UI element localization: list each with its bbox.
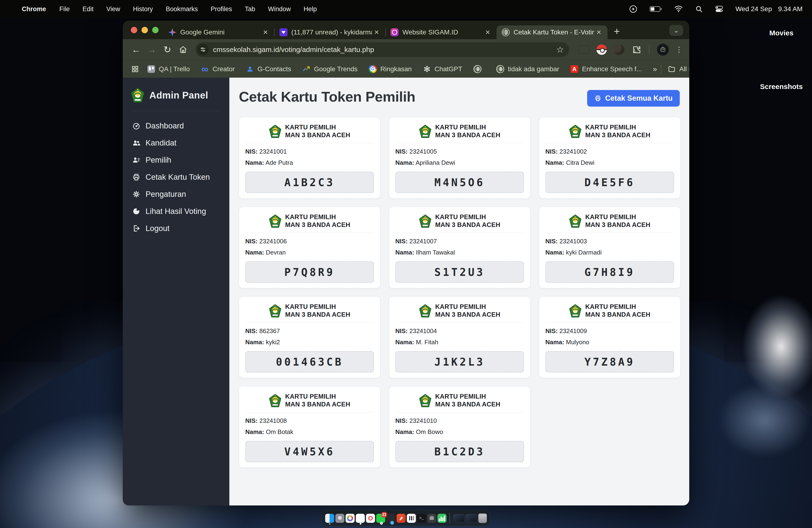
tab-close-icon[interactable]: ✕ xyxy=(594,29,603,36)
tab-search-chevron-button[interactable]: ⌄ xyxy=(669,25,683,36)
kemenag-logo xyxy=(269,304,281,318)
extension-pokeball-icon[interactable] xyxy=(596,44,608,56)
bookmark-chatgpt[interactable]: ✻ChatGPT xyxy=(423,65,462,73)
menu-help[interactable]: Help xyxy=(304,5,317,13)
extension-indonesia-flag-icon[interactable] xyxy=(578,44,590,56)
dock-chart-app[interactable] xyxy=(438,514,447,523)
menu-time[interactable]: 9.34 AM xyxy=(778,5,802,13)
menu-date[interactable]: Wed 24 Sep xyxy=(736,5,772,13)
bookmark-globe[interactable] xyxy=(473,65,485,73)
dock-minimized-window-2[interactable] xyxy=(466,514,477,522)
search-icon[interactable] xyxy=(695,5,703,13)
address-bar[interactable]: cmssekolah.sigam.id/voting/admin/cetak_k… xyxy=(195,42,569,57)
dock-terminal[interactable]: >_ xyxy=(417,514,426,523)
sidebar-item-lihat-hasil-voting[interactable]: Lihat Hasil Voting xyxy=(130,203,222,220)
menu-history[interactable]: History xyxy=(133,5,153,13)
desktop-icon-movies[interactable]: Movies xyxy=(759,27,804,37)
dock-opera[interactable] xyxy=(366,514,375,523)
desktop-icon-screenshots[interactable]: Screenshots xyxy=(759,80,804,91)
menu-view[interactable]: View xyxy=(106,5,120,13)
tab-close-icon[interactable]: ✕ xyxy=(483,29,492,36)
sidebar-item-pengaturan[interactable]: Pengaturan xyxy=(130,186,222,203)
reload-button[interactable]: ↻ xyxy=(161,43,174,56)
voter-card: KARTU PEMILIH MAN 3 BANDA ACEH NIS: 2324… xyxy=(539,207,680,288)
sidebar-item-cetak-kartu-token[interactable]: Cetak Kartu Token xyxy=(130,168,222,186)
dock-capcut[interactable] xyxy=(407,514,416,523)
home-button[interactable] xyxy=(176,43,190,56)
sidebar-item-logout[interactable]: Logout xyxy=(130,220,222,237)
dock-chrome[interactable] xyxy=(356,514,365,523)
card-heading: KARTU PEMILIH MAN 3 BANDA ACEH xyxy=(285,393,350,408)
bookmark-ringkasan[interactable]: GRingkasan xyxy=(368,65,412,73)
profile-avatar[interactable] xyxy=(657,44,669,56)
kemenag-logo xyxy=(131,88,145,103)
voter-list-icon xyxy=(132,156,140,164)
menu-bookmarks[interactable]: Bookmarks xyxy=(166,5,198,13)
bookmark-tidak-ada-gambar[interactable]: tidak ada gambar xyxy=(496,65,559,73)
kemenag-logo xyxy=(419,394,431,407)
bookmark-g-contacts[interactable]: G-Contacts xyxy=(246,65,291,73)
zoom-window-button[interactable] xyxy=(152,27,159,33)
dock-photos[interactable] xyxy=(346,514,355,523)
card-nis-line: NIS: 23241007 xyxy=(395,238,524,245)
voter-card: KARTU PEMILIH MAN 3 BANDA ACEH NIS: 2324… xyxy=(239,117,380,199)
extension-dark-mode-moon-icon[interactable] xyxy=(613,44,625,56)
dock-whatsapp[interactable]: 21 xyxy=(376,514,385,523)
site-settings-icon[interactable] xyxy=(197,44,209,55)
dock-minimized-window-1[interactable] xyxy=(453,514,465,522)
forward-button[interactable]: → xyxy=(145,43,158,56)
dock-trash[interactable] xyxy=(478,514,487,523)
sigam-site-icon xyxy=(391,28,398,36)
tab-google-gemini[interactable]: Google Gemini ✕ xyxy=(163,25,274,39)
control-center-icon[interactable] xyxy=(715,5,723,13)
menu-profiles[interactable]: Profiles xyxy=(211,5,232,13)
menu-window[interactable]: Window xyxy=(268,5,291,13)
sidebar-item-kandidat[interactable]: Kandidat xyxy=(130,134,222,151)
back-button[interactable]: ← xyxy=(129,43,143,56)
meta-icon: ∞ xyxy=(201,65,208,73)
wifi-icon[interactable] xyxy=(674,6,683,12)
menu-edit[interactable]: Edit xyxy=(83,5,94,13)
extensions-puzzle-icon[interactable] xyxy=(631,44,643,56)
sidebar-item-dashboard[interactable]: Dashboard xyxy=(130,117,222,134)
new-tab-button[interactable]: + xyxy=(614,25,620,37)
card-nama-line: Nama: kyki2 xyxy=(245,339,374,346)
browser-toolbar: ← → ↻ cmssekolah.sigam.id/voting/admin/c… xyxy=(123,39,689,60)
chrome-menu-kebab-icon[interactable]: ⋮ xyxy=(676,48,683,51)
bookmark-creator[interactable]: ∞Creator xyxy=(201,65,235,73)
menu-tab[interactable]: Tab xyxy=(245,5,255,13)
bookmark-google-trends[interactable]: Google Trends xyxy=(302,65,358,73)
close-window-button[interactable] xyxy=(131,27,137,33)
card-nama-line: Nama: Om Bowo xyxy=(395,428,524,436)
tab-close-icon[interactable]: ✕ xyxy=(372,29,381,36)
dock-quicktime[interactable] xyxy=(387,514,395,523)
bookmark-enhance-speech[interactable]: AEnhance Speech f... xyxy=(570,65,642,73)
voter-card: KARTU PEMILIH MAN 3 BANDA ACEH NIS: 2324… xyxy=(389,386,531,468)
play-circle-icon[interactable] xyxy=(629,5,637,13)
menu-file[interactable]: File xyxy=(59,5,70,13)
dock-photo-booth[interactable] xyxy=(427,514,436,523)
token-code: S1T2U3 xyxy=(395,261,524,283)
menu-app-name[interactable]: Chrome xyxy=(22,5,46,13)
voter-card: KARTU PEMILIH MAN 3 BANDA ACEH NIS: 2324… xyxy=(389,207,531,288)
bookmarks-overflow-chevron[interactable]: » xyxy=(653,64,657,73)
users-icon xyxy=(132,139,140,147)
battery-icon[interactable] xyxy=(650,6,662,12)
dock-finder[interactable] xyxy=(325,514,334,523)
card-nis-line: NIS: 862367 xyxy=(245,327,374,335)
url-text[interactable]: cmssekolah.sigam.id/voting/admin/cetak_k… xyxy=(213,46,556,54)
printer-icon xyxy=(132,173,140,181)
bookmark-qa-trello[interactable]: QA | Trello xyxy=(147,65,190,73)
tab-website-sigam[interactable]: Website SIGAM.ID ✕ xyxy=(385,25,496,39)
tab-mail-unread[interactable]: (11,877 unread) - kykidarmad ✕ xyxy=(274,25,385,39)
apps-grid-icon[interactable] xyxy=(131,65,139,73)
tab-close-icon[interactable]: ✕ xyxy=(261,29,270,36)
bookmark-star-icon[interactable]: ☆ xyxy=(556,45,564,55)
minimize-window-button[interactable] xyxy=(142,27,148,33)
sidebar-item-pemilih[interactable]: Pemilih xyxy=(130,151,222,168)
tab-cetak-kartu-token-active[interactable]: Cetak Kartu Token - E-Voting ✕ xyxy=(496,25,608,39)
dock-premiere-rush[interactable] xyxy=(397,514,406,523)
dock-system-settings[interactable] xyxy=(335,514,345,523)
print-all-cards-button[interactable]: Cetak Semua Kartu xyxy=(587,90,680,107)
all-bookmarks-button[interactable]: All Bookmarks xyxy=(667,65,689,73)
